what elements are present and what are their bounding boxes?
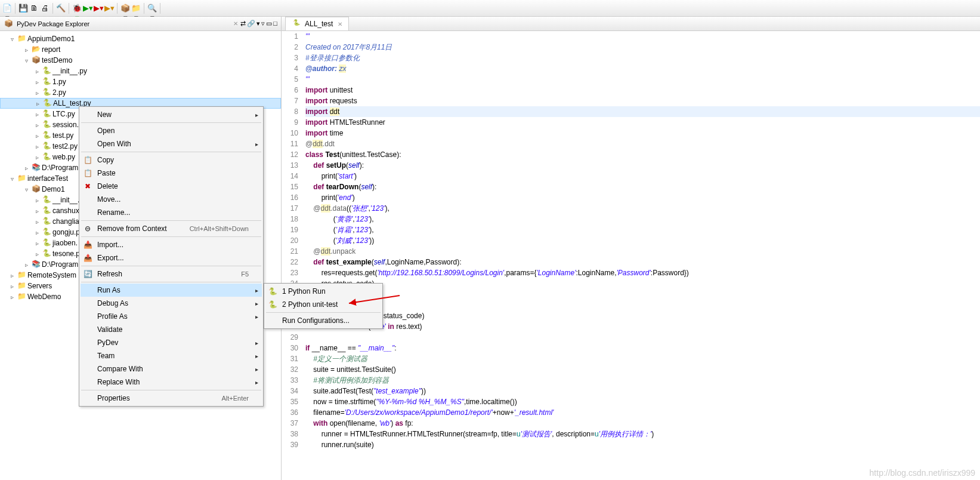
menu-item[interactable]: Open [81,124,262,137]
tb-print-icon[interactable]: 🖨 [40,4,50,13]
python-file-icon: 🐍 [292,19,301,29]
main-toolbar: 📄▾ 💾 🗎 🖨 🔨 🐞▾ ▶▾ ▶▾ ▶▾ 📦▾ 📁▾ 🔍▾ [0,0,980,17]
menu-item[interactable]: 📋Paste [81,167,262,180]
tb-coverage-icon[interactable]: ▶▾ [94,4,103,13]
close-icon[interactable]: ✕ [233,20,238,27]
menu-item[interactable]: Debug As▸ [81,297,262,310]
menu-item[interactable]: ✖Delete [81,180,262,193]
menu-item[interactable]: Run As▸ [81,284,262,297]
menu-item[interactable]: ⊖Remove from ContextCtrl+Alt+Shift+Down [81,222,262,235]
tree-item[interactable]: ▿📦testDemo [0,55,281,66]
context-menu[interactable]: New▸OpenOpen With▸📋Copy📋Paste✖DeleteMove… [79,106,264,407]
menu-item[interactable]: 🔄RefreshF5 [81,267,262,281]
menu-item[interactable]: Validate [81,323,262,336]
submenu-item[interactable]: 🐍2 Python unit-test [265,298,381,311]
run-as-submenu[interactable]: 🐍1 Python Run🐍2 Python unit-testRun Conf… [264,283,383,329]
menu-item[interactable]: Move... [81,193,262,206]
menu-item[interactable]: PyDev▸ [81,336,262,349]
tree-item[interactable]: ▹🐍1.py [0,76,281,87]
tb-debug-icon[interactable]: 🐞▾ [72,4,82,13]
editor-tabs: 🐍 ALL_test ✕ [282,17,980,31]
menu-item[interactable]: New▸ [81,108,262,121]
menu-item[interactable]: PropertiesAlt+Enter [81,392,262,405]
tree-item[interactable]: ▹🐍2.py [0,87,281,98]
tree-item[interactable]: ▹🐍__init__.py [0,66,281,76]
code-area[interactable]: '''Created on 2017年8月11日#登录接口参数化@author:… [303,31,980,480]
menu-item[interactable]: Profile As▸ [81,310,262,323]
menu-item[interactable]: 📥Import... [81,238,262,251]
tb-new-icon[interactable]: 📄▾ [2,4,12,13]
tb-save-icon[interactable]: 💾 [18,4,28,13]
menu-icon[interactable]: ▿ [261,20,265,27]
line-gutter: 1234567891011121314151617181920212223242… [282,31,303,480]
watermark: http://blog.csdn.net/iriszx999 [870,468,975,478]
max-icon[interactable]: □ [273,20,277,27]
close-icon[interactable]: ✕ [338,21,342,27]
menu-item[interactable]: Open With▸ [81,137,262,150]
tb-build-icon[interactable]: 🔨 [56,4,66,13]
collapse-icon[interactable]: ⇄ [240,20,246,27]
tab-all-test[interactable]: 🐍 ALL_test ✕ [285,17,349,30]
tree-item[interactable]: ▹📂report [0,44,281,55]
menu-item[interactable]: Rename... [81,206,262,219]
tree-item[interactable]: ▿📁AppiumDemo1 [0,33,281,44]
tb-run-icon[interactable]: ▶▾ [83,4,92,13]
link-icon[interactable]: 🔗 [247,20,255,27]
code-editor[interactable]: 1234567891011121314151617181920212223242… [282,31,980,480]
menu-item[interactable]: 📤Export... [81,251,262,264]
tb-newpkg-icon[interactable]: 📦▾ [120,4,130,13]
explorer-icon: 📦 [4,19,13,29]
menu-item[interactable]: Team▸ [81,349,262,362]
tb-newproj-icon[interactable]: 📁▾ [131,4,141,13]
submenu-item[interactable]: 🐍1 Python Run [265,285,381,298]
tab-label: ALL_test [305,20,333,28]
min-icon[interactable]: ▭ [266,20,272,27]
menu-item[interactable]: 📋Copy [81,153,262,167]
menu-item[interactable]: Replace With▸ [81,376,262,389]
submenu-item[interactable]: Run Configurations... [265,314,381,327]
filter-icon[interactable]: ▾ [256,20,260,27]
menu-item[interactable]: Compare With▸ [81,362,262,376]
explorer-title: PyDev Package Explorer [17,20,228,27]
editor-panel: 🐍 ALL_test ✕ 123456789101112131415161718… [282,17,980,480]
tb-search-icon[interactable]: 🔍▾ [147,4,157,13]
tb-extrun-icon[interactable]: ▶▾ [104,4,114,13]
explorer-header: 📦 PyDev Package Explorer ✕ ⇄ 🔗 ▾ ▿ ▭ □ [0,17,281,31]
tb-saveall-icon[interactable]: 🗎 [29,4,39,13]
